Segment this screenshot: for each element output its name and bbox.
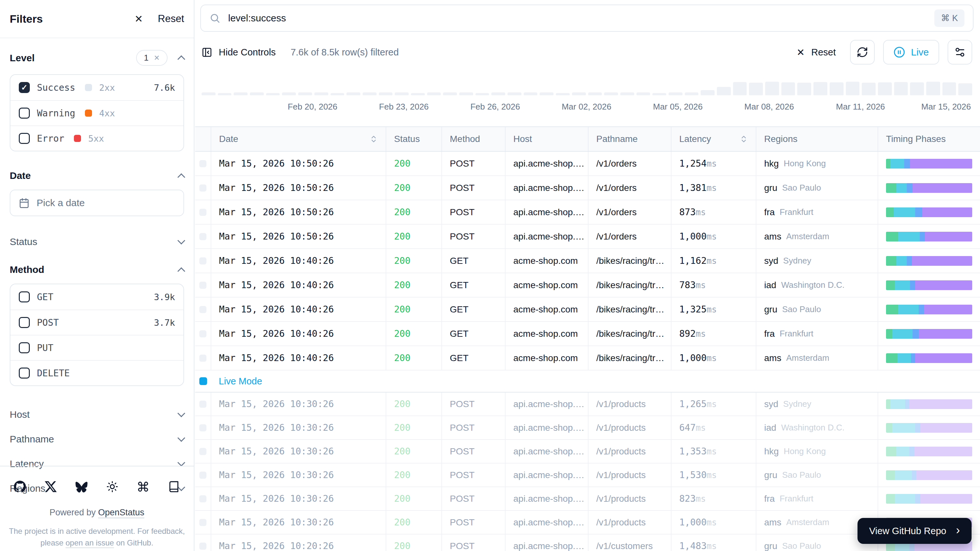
table-row[interactable]: Mar 15, 2026 10:50:26200POSTapi.acme-sho… [195,225,980,249]
book-icon[interactable] [168,481,180,493]
row-select-cell[interactable] [195,463,211,486]
chevron-up-icon[interactable] [177,56,185,63]
level-option-warning[interactable]: Warning4xx [10,100,183,126]
table-row[interactable]: Mar 15, 2026 10:40:26200GETacme-shop.com… [195,298,980,322]
table-row[interactable]: Mar 15, 2026 10:40:26200GETacme-shop.com… [195,273,980,298]
method-option-delete[interactable]: DELETE [10,360,183,385]
row-select-cell[interactable] [195,416,211,439]
header-cell-timing-phases[interactable]: Timing Phases [878,127,980,151]
row-checkbox[interactable] [199,543,207,550]
sort-chevrons-icon[interactable] [740,135,748,143]
row-checkbox[interactable] [199,330,207,338]
row-checkbox[interactable] [199,424,207,432]
checkbox-unchecked[interactable] [19,368,30,379]
row-checkbox[interactable] [199,401,207,408]
table-row[interactable]: Mar 15, 2026 10:30:26200POSTapi.acme-sho… [195,392,980,416]
header-cell-host[interactable]: Host [505,127,588,151]
view-settings-button[interactable] [948,40,972,65]
open-issue-link[interactable]: open an issue [65,538,114,547]
row-select-cell[interactable] [195,535,211,551]
close-filters-icon[interactable]: ✕ [135,13,143,25]
row-select-cell[interactable] [195,346,211,370]
table-row[interactable]: Mar 15, 2026 10:30:26200POSTapi.acme-sho… [195,440,980,463]
header-cell-regions[interactable]: Regions [756,127,878,151]
header-cell-method[interactable]: Method [441,127,505,151]
row-checkbox[interactable] [199,185,207,191]
checkbox-unchecked[interactable] [19,317,30,328]
method-option-get[interactable]: GET3.9k [10,284,183,309]
table-row[interactable]: Mar 15, 2026 10:40:26200GETacme-shop.com… [195,249,980,273]
row-checkbox[interactable] [199,448,207,455]
github-icon[interactable] [14,481,26,493]
x-twitter-icon[interactable] [45,481,57,493]
table-row[interactable]: Mar 15, 2026 10:50:26200POSTapi.acme-sho… [195,152,980,176]
row-select-cell[interactable] [195,511,211,534]
row-select-cell[interactable] [195,273,211,297]
row-checkbox[interactable] [199,306,207,313]
level-option-error[interactable]: Error5xx [10,126,183,151]
checkbox-checked[interactable]: ✓ [19,82,30,93]
row-select-cell[interactable] [195,176,211,200]
row-checkbox[interactable] [199,519,207,526]
row-select-cell[interactable] [195,392,211,416]
timeline-histogram[interactable] [202,75,972,95]
view-github-repo-button[interactable]: View GitHub Repo › [858,518,972,544]
row-select-cell[interactable] [195,225,211,248]
table-row[interactable]: Mar 15, 2026 10:40:26200GETacme-shop.com… [195,346,980,371]
toolbar-reset-button[interactable]: ✕ Reset [797,47,836,58]
table-row[interactable]: Mar 15, 2026 10:40:26200GETacme-shop.com… [195,322,980,346]
header-cell-status[interactable]: Status [386,127,441,151]
search-input[interactable] [228,13,926,24]
table-row[interactable]: Mar 15, 2026 10:30:26200POSTapi.acme-sho… [195,487,980,511]
level-filter-count-badge[interactable]: 1 ✕ [136,50,167,66]
row-select-cell[interactable] [195,249,211,272]
header-cell-pathname[interactable]: Pathname [588,127,671,151]
method-option-post[interactable]: POST3.7k [10,309,183,335]
live-mode-row[interactable]: Live Mode [195,371,980,392]
row-checkbox[interactable] [199,495,207,502]
chevron-down-icon[interactable] [177,237,185,244]
row-select-cell[interactable] [195,152,211,175]
chevron-down-icon[interactable] [177,459,185,467]
sort-chevrons-icon[interactable] [369,135,378,143]
date-picker-input[interactable]: Pick a date [10,190,184,216]
row-checkbox[interactable] [199,355,207,362]
checkbox-unchecked[interactable] [19,291,30,303]
header-cell-latency[interactable]: Latency [671,127,756,151]
row-select-cell[interactable] [195,322,211,346]
table-row[interactable]: Mar 15, 2026 10:50:26200POSTapi.acme-sho… [195,200,980,225]
row-checkbox[interactable] [199,233,207,240]
row-checkbox[interactable] [199,282,207,289]
row-select-cell[interactable] [195,298,211,321]
checkbox-unchecked[interactable] [19,108,30,119]
sun-icon[interactable] [106,481,118,493]
row-checkbox[interactable] [199,160,207,167]
row-select-cell[interactable] [195,487,211,510]
chevron-up-icon[interactable] [177,173,185,181]
refresh-button[interactable] [850,40,875,65]
row-select-cell[interactable] [195,440,211,463]
filter-section-pathname[interactable]: Pathname [10,427,184,452]
row-checkbox[interactable] [199,471,207,479]
chevron-down-icon[interactable] [177,434,185,442]
live-toggle-button[interactable]: Live [883,40,939,65]
chevron-down-icon[interactable] [177,409,185,417]
clear-level-filter-icon[interactable]: ✕ [154,54,160,62]
openstatus-link[interactable]: OpenStatus [98,508,145,517]
level-option-success[interactable]: ✓Success2xx7.6k [10,75,183,100]
filter-section-host[interactable]: Host [10,402,184,427]
command-icon[interactable] [137,481,149,493]
hide-controls-button[interactable]: Hide Controls [202,47,276,58]
method-option-put[interactable]: PUT [10,335,183,360]
header-cell-date[interactable]: Date [211,127,386,151]
row-checkbox[interactable] [199,257,207,264]
checkbox-unchecked[interactable] [19,342,30,353]
table-row[interactable]: Mar 15, 2026 10:50:26200POSTapi.acme-sho… [195,176,980,200]
table-row[interactable]: Mar 15, 2026 10:30:26200POSTapi.acme-sho… [195,416,980,440]
row-select-cell[interactable] [195,200,211,224]
row-checkbox[interactable] [199,209,207,216]
table-row[interactable]: Mar 15, 2026 10:30:26200POSTapi.acme-sho… [195,463,980,487]
chevron-up-icon[interactable] [177,267,185,275]
bluesky-icon[interactable] [75,481,88,493]
filters-reset-button[interactable]: Reset [158,13,184,25]
